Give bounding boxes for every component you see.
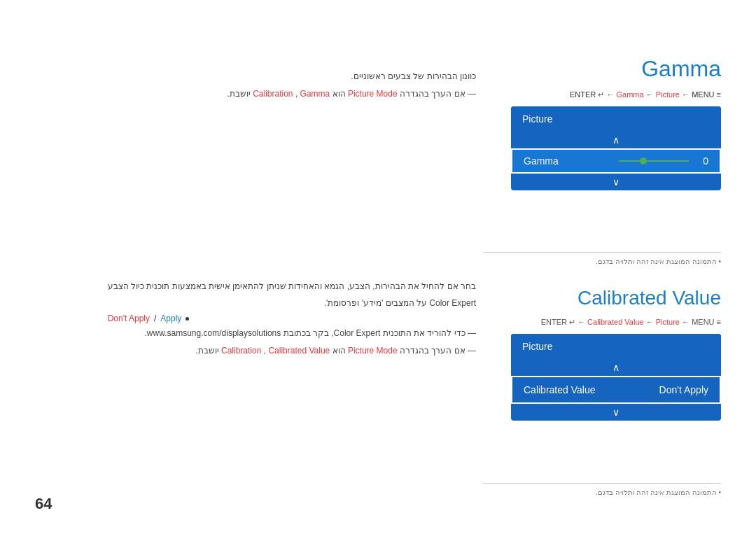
breadcrumb-menu: MENU	[692, 90, 714, 99]
mode-disabled: יושבת.	[195, 346, 218, 356]
gamma-arrow-up[interactable]: ∧	[511, 132, 721, 148]
gamma-text-1: כוונון הבהירות של צבעים ראשוניים.	[227, 70, 476, 83]
gamma-item-label: Gamma	[524, 155, 559, 167]
cal-breadcrumb-arrow2: ←	[646, 318, 656, 326]
gamma-if-prefix: —	[465, 89, 476, 99]
breadcrumb-enter: ENTER	[570, 90, 596, 99]
gamma-slider-area: 0	[559, 155, 708, 167]
cal-breadcrumb-arrow3: ←	[682, 318, 692, 326]
calibrated-description: בחר אם להחיל את הבהירות, הצבע, הגמא והאח…	[108, 280, 476, 361]
cal-breadcrumb-picture: Picture	[656, 318, 680, 326]
gamma-slider-dot	[640, 157, 647, 164]
gamma-picture-mode: Picture Mode	[348, 89, 398, 99]
calibrated-divider	[483, 483, 721, 484]
apply-text: Apply	[160, 314, 181, 323]
calibrated-footnote: • התמונה המוצגת אינה זהה ותלויה בדגם.	[596, 489, 721, 496]
calibrated-menu-header: Picture	[511, 334, 721, 359]
gamma-section: כוונון הבהירות של צבעים ראשוניים. — אם ה…	[0, 42, 756, 266]
gamma-title: Gamma	[511, 56, 721, 82]
gamma-slider[interactable]	[619, 160, 689, 162]
gamma-value: 0	[694, 155, 708, 167]
gamma-text-2: — אם הערך בהגדרה Picture Mode הוא Calibr…	[227, 87, 476, 101]
gamma-breadcrumb: ENTER ↵ ← Gamma ← Picture ← MENU ≡	[511, 90, 721, 99]
calibrated-footnote-dot: •	[717, 489, 721, 496]
mode-calibration: Calibration	[221, 346, 261, 356]
gamma-disabled-text: יושבת.	[227, 89, 250, 99]
calibrated-main-text2: Color Expert על המצבים 'מידע' ופרסומת'.	[108, 297, 476, 310]
dont-apply-text: Don't Apply	[108, 314, 150, 323]
calibrated-menu-box: Picture ∧ Calibrated Value Don't Apply ∨	[511, 334, 721, 421]
cal-breadcrumb-menu: MENU	[692, 318, 714, 326]
gamma-panel: Gamma ENTER ↵ ← Gamma ← Picture ← MENU ≡…	[511, 56, 721, 190]
gamma-divider	[483, 252, 721, 253]
dont-apply-label: Don't Apply	[659, 384, 708, 395]
calibrated-download-line: — כדי להוריד את התוכנית Color Expert, בק…	[108, 327, 476, 340]
slash: /	[154, 314, 156, 323]
gamma-comma: ,	[295, 89, 300, 99]
gamma-arrow-down[interactable]: ∨	[511, 174, 721, 190]
gamma-footnote-dash: •	[717, 258, 721, 265]
mode-picture-mode: Picture Mode	[348, 346, 398, 356]
gamma-description: כוונון הבהירות של צבעים ראשוניים. — אם ה…	[227, 70, 476, 105]
calibrated-footnote-text: התמונה המוצגת אינה זהה ותלויה בדגם.	[596, 489, 717, 496]
breadcrumb-gamma: Gamma	[617, 90, 644, 99]
calibrated-section: בחר אם להחיל את הבהירות, הצבע, הגמא והאח…	[0, 273, 756, 511]
breadcrumb-menu-icon: ≡	[717, 90, 721, 99]
mode-prefix: —	[465, 346, 476, 356]
calibrated-arrow-up[interactable]: ∧	[511, 359, 721, 376]
bullet-dot	[186, 317, 189, 321]
cal-breadcrumb-enter: ENTER	[541, 318, 567, 326]
cal-breadcrumb-enter-icon: ↵ ←	[569, 318, 587, 326]
gamma-mode-text: אם הערך בהגדרה	[398, 89, 465, 99]
cal-breadcrumb-cal-value: Calibrated Value	[587, 318, 644, 326]
gamma-gamma-text: Gamma	[300, 89, 330, 99]
calibrated-main-text-content: בחר אם להחיל את הבהירות, הצבע, הגמא והאח…	[108, 281, 476, 291]
gamma-menu-item[interactable]: Gamma 0	[511, 148, 721, 174]
mode-calibrated-value: Calibrated Value	[268, 346, 330, 356]
calibrated-panel: Calibrated Value ENTER ↵ ← Calibrated Va…	[511, 287, 721, 421]
gamma-footnote-text: התמונה המוצגת אינה זהה ותלויה בדגם.	[596, 258, 717, 265]
calibrated-item-label: Calibrated Value	[524, 384, 595, 395]
cal-breadcrumb-menu-icon: ≡	[717, 318, 721, 326]
gamma-footnote: • התמונה המוצגת אינה זהה ותלויה בדגם.	[596, 258, 721, 265]
gamma-is-text: הוא	[330, 89, 345, 99]
breadcrumb-arrow2: ←	[646, 90, 656, 99]
gamma-menu-header: Picture	[511, 106, 721, 132]
calibrated-bullet-line: Apply / Don't Apply	[108, 314, 476, 323]
gamma-calibration-text: Calibration	[253, 89, 293, 99]
calibrated-mode-line: — אם הערך בהגדרה Picture Mode הוא Calibr…	[108, 344, 476, 358]
calibrated-title: Calibrated Value	[511, 287, 721, 309]
calibrated-arrow-down[interactable]: ∨	[511, 404, 721, 421]
calibrated-main-text: בחר אם להחיל את הבהירות, הצבע, הגמא והאח…	[108, 280, 476, 293]
calibrated-color-expert: Color Expert	[427, 298, 476, 308]
mode-is-text: הוא	[330, 346, 345, 356]
mode-if-text: אם הערך בהגדרה	[398, 346, 465, 356]
calibrated-main-text2-content: על המצבים 'מידע' ופרסומת'.	[324, 298, 427, 308]
gamma-menu-box: Picture ∧ Gamma 0 ∨	[511, 106, 721, 190]
breadcrumb-enter-icon: ↵ ←	[598, 90, 614, 99]
breadcrumb-picture: Picture	[656, 90, 680, 99]
calibrated-menu-item[interactable]: Calibrated Value Don't Apply	[511, 376, 721, 404]
calibrated-breadcrumb: ENTER ↵ ← Calibrated Value ← Picture ← M…	[511, 318, 721, 327]
breadcrumb-arrow3: ←	[682, 90, 692, 99]
download-line-content: כדי להוריד את התוכנית Color Expert, בקר …	[145, 328, 465, 338]
download-prefix: —	[465, 328, 476, 338]
